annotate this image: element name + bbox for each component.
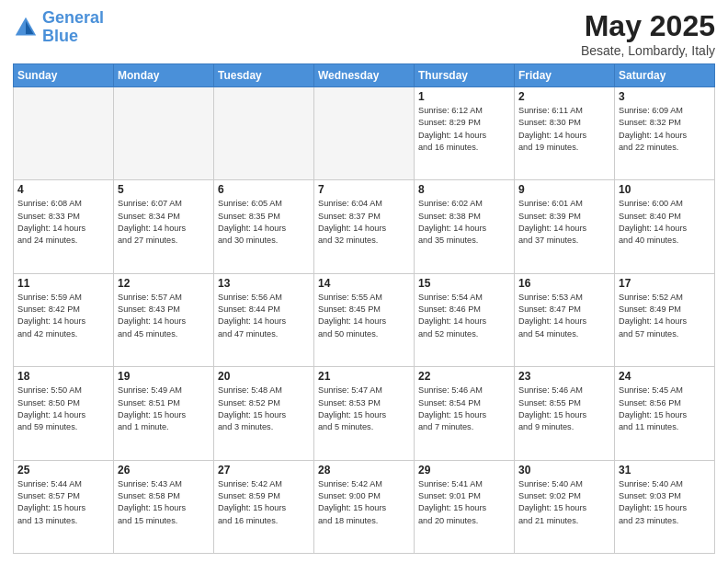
calendar-cell: 3Sunrise: 6:09 AMSunset: 8:32 PMDaylight… <box>615 87 715 180</box>
weekday-header-tuesday: Tuesday <box>214 64 314 87</box>
day-info: Sunrise: 5:42 AMSunset: 9:00 PMDaylight:… <box>318 478 410 527</box>
weekday-header-wednesday: Wednesday <box>314 64 415 87</box>
logo: General Blue <box>13 9 104 46</box>
day-number: 25 <box>17 464 109 477</box>
day-info: Sunrise: 6:09 AMSunset: 8:32 PMDaylight:… <box>619 105 711 154</box>
day-number: 21 <box>318 370 410 383</box>
month-title: May 2025 <box>581 9 715 43</box>
calendar-cell <box>14 87 114 180</box>
calendar-cell: 25Sunrise: 5:44 AMSunset: 8:57 PMDayligh… <box>14 460 114 553</box>
calendar-cell: 18Sunrise: 5:50 AMSunset: 8:50 PMDayligh… <box>14 367 114 460</box>
day-info: Sunrise: 5:42 AMSunset: 8:59 PMDaylight:… <box>218 478 310 527</box>
day-info: Sunrise: 5:49 AMSunset: 8:51 PMDaylight:… <box>118 385 210 433</box>
calendar-cell: 4Sunrise: 6:08 AMSunset: 8:33 PMDaylight… <box>14 180 114 273</box>
day-number: 17 <box>619 277 711 290</box>
day-info: Sunrise: 5:57 AMSunset: 8:43 PMDaylight:… <box>118 292 210 340</box>
day-info: Sunrise: 6:00 AMSunset: 8:40 PMDaylight:… <box>619 198 711 247</box>
weekday-header-thursday: Thursday <box>415 64 515 87</box>
day-number: 1 <box>418 90 510 103</box>
title-block: May 2025 Besate, Lombardy, Italy <box>581 9 715 58</box>
calendar-cell: 10Sunrise: 6:00 AMSunset: 8:40 PMDayligh… <box>615 180 715 273</box>
calendar-cell: 22Sunrise: 5:46 AMSunset: 8:54 PMDayligh… <box>415 367 515 460</box>
day-info: Sunrise: 5:40 AMSunset: 9:02 PMDaylight:… <box>518 478 610 527</box>
day-number: 24 <box>619 370 711 383</box>
calendar-cell: 19Sunrise: 5:49 AMSunset: 8:51 PMDayligh… <box>114 367 214 460</box>
calendar-cell: 6Sunrise: 6:05 AMSunset: 8:35 PMDaylight… <box>214 180 314 273</box>
day-info: Sunrise: 5:41 AMSunset: 9:01 PMDaylight:… <box>418 478 510 527</box>
day-number: 15 <box>418 277 510 290</box>
day-number: 14 <box>318 277 410 290</box>
day-number: 2 <box>518 90 610 103</box>
day-info: Sunrise: 6:01 AMSunset: 8:39 PMDaylight:… <box>518 198 610 247</box>
calendar-cell: 7Sunrise: 6:04 AMSunset: 8:37 PMDaylight… <box>314 180 415 273</box>
calendar-cell: 11Sunrise: 5:59 AMSunset: 8:42 PMDayligh… <box>14 273 114 366</box>
day-info: Sunrise: 5:46 AMSunset: 8:55 PMDaylight:… <box>518 385 610 433</box>
day-info: Sunrise: 5:54 AMSunset: 8:46 PMDaylight:… <box>418 292 510 340</box>
day-info: Sunrise: 5:52 AMSunset: 8:49 PMDaylight:… <box>619 292 711 340</box>
day-number: 8 <box>418 183 510 196</box>
day-info: Sunrise: 5:48 AMSunset: 8:52 PMDaylight:… <box>218 385 310 433</box>
calendar-cell: 13Sunrise: 5:56 AMSunset: 8:44 PMDayligh… <box>214 273 314 366</box>
logo-general: General <box>42 8 104 27</box>
calendar-cell: 26Sunrise: 5:43 AMSunset: 8:58 PMDayligh… <box>114 460 214 553</box>
day-number: 22 <box>418 370 510 383</box>
calendar-cell: 30Sunrise: 5:40 AMSunset: 9:02 PMDayligh… <box>515 460 615 553</box>
calendar-week-4: 18Sunrise: 5:50 AMSunset: 8:50 PMDayligh… <box>14 367 715 460</box>
day-info: Sunrise: 5:45 AMSunset: 8:56 PMDaylight:… <box>619 385 711 433</box>
day-info: Sunrise: 5:59 AMSunset: 8:42 PMDaylight:… <box>17 292 109 340</box>
calendar-cell: 5Sunrise: 6:07 AMSunset: 8:34 PMDaylight… <box>114 180 214 273</box>
day-number: 6 <box>218 183 310 196</box>
logo-blue: Blue <box>42 28 104 46</box>
calendar-cell: 8Sunrise: 6:02 AMSunset: 8:38 PMDaylight… <box>415 180 515 273</box>
header: General Blue May 2025 Besate, Lombardy, … <box>13 9 715 58</box>
day-number: 18 <box>17 370 109 383</box>
calendar-cell: 21Sunrise: 5:47 AMSunset: 8:53 PMDayligh… <box>314 367 415 460</box>
calendar-cell: 23Sunrise: 5:46 AMSunset: 8:55 PMDayligh… <box>515 367 615 460</box>
calendar-cell: 20Sunrise: 5:48 AMSunset: 8:52 PMDayligh… <box>214 367 314 460</box>
day-number: 3 <box>619 90 711 103</box>
calendar-cell: 1Sunrise: 6:12 AMSunset: 8:29 PMDaylight… <box>415 87 515 180</box>
day-number: 11 <box>17 277 109 290</box>
logo-icon <box>13 15 39 40</box>
day-number: 4 <box>17 183 109 196</box>
location-subtitle: Besate, Lombardy, Italy <box>581 43 715 58</box>
day-info: Sunrise: 5:47 AMSunset: 8:53 PMDaylight:… <box>318 385 410 433</box>
day-info: Sunrise: 5:53 AMSunset: 8:47 PMDaylight:… <box>518 292 610 340</box>
day-info: Sunrise: 5:50 AMSunset: 8:50 PMDaylight:… <box>17 385 109 433</box>
calendar-cell: 15Sunrise: 5:54 AMSunset: 8:46 PMDayligh… <box>415 273 515 366</box>
day-info: Sunrise: 6:11 AMSunset: 8:30 PMDaylight:… <box>518 105 610 154</box>
calendar-cell: 12Sunrise: 5:57 AMSunset: 8:43 PMDayligh… <box>114 273 214 366</box>
calendar-cell: 31Sunrise: 5:40 AMSunset: 9:03 PMDayligh… <box>615 460 715 553</box>
day-info: Sunrise: 5:46 AMSunset: 8:54 PMDaylight:… <box>418 385 510 433</box>
calendar-cell: 2Sunrise: 6:11 AMSunset: 8:30 PMDaylight… <box>515 87 615 180</box>
day-info: Sunrise: 5:43 AMSunset: 8:58 PMDaylight:… <box>118 478 210 527</box>
day-info: Sunrise: 5:40 AMSunset: 9:03 PMDaylight:… <box>619 478 711 527</box>
day-number: 31 <box>619 464 711 477</box>
day-number: 23 <box>518 370 610 383</box>
calendar-cell: 27Sunrise: 5:42 AMSunset: 8:59 PMDayligh… <box>214 460 314 553</box>
day-number: 13 <box>218 277 310 290</box>
calendar-week-2: 4Sunrise: 6:08 AMSunset: 8:33 PMDaylight… <box>14 180 715 273</box>
day-info: Sunrise: 6:02 AMSunset: 8:38 PMDaylight:… <box>418 198 510 247</box>
calendar-cell: 28Sunrise: 5:42 AMSunset: 9:00 PMDayligh… <box>314 460 415 553</box>
weekday-header-friday: Friday <box>515 64 615 87</box>
calendar-cell: 9Sunrise: 6:01 AMSunset: 8:39 PMDaylight… <box>515 180 615 273</box>
day-number: 12 <box>118 277 210 290</box>
day-number: 9 <box>518 183 610 196</box>
weekday-header-row: SundayMondayTuesdayWednesdayThursdayFrid… <box>14 64 715 87</box>
calendar-cell: 14Sunrise: 5:55 AMSunset: 8:45 PMDayligh… <box>314 273 415 366</box>
calendar-table: SundayMondayTuesdayWednesdayThursdayFrid… <box>13 63 715 554</box>
day-info: Sunrise: 5:56 AMSunset: 8:44 PMDaylight:… <box>218 292 310 340</box>
day-number: 27 <box>218 464 310 477</box>
page: General Blue May 2025 Besate, Lombardy, … <box>0 0 728 563</box>
calendar-cell: 24Sunrise: 5:45 AMSunset: 8:56 PMDayligh… <box>615 367 715 460</box>
day-number: 26 <box>118 464 210 477</box>
day-info: Sunrise: 6:07 AMSunset: 8:34 PMDaylight:… <box>118 198 210 247</box>
calendar-cell <box>114 87 214 180</box>
day-number: 20 <box>218 370 310 383</box>
weekday-header-sunday: Sunday <box>14 64 114 87</box>
day-info: Sunrise: 6:08 AMSunset: 8:33 PMDaylight:… <box>17 198 109 247</box>
weekday-header-saturday: Saturday <box>615 64 715 87</box>
calendar-cell: 29Sunrise: 5:41 AMSunset: 9:01 PMDayligh… <box>415 460 515 553</box>
logo-text: General Blue <box>42 9 104 46</box>
